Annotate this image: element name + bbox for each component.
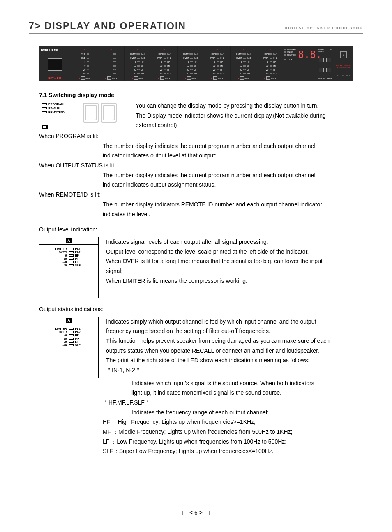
body-text: frequency range based on the setting of … (106, 327, 363, 336)
body-text: The number display indicators REMOTE ID … (103, 200, 363, 209)
device-panel-figure: Beta Three POWER A CLIP OVD 0 -0 -20 -40… (39, 46, 353, 81)
body-text: HF ：High Frequency; Lights up when frequ… (103, 418, 363, 427)
device-panel: Beta Three POWER A CLIP OVD 0 -0 -20 -40… (39, 46, 353, 81)
program-label: When PROGRAM is lit: (39, 132, 363, 141)
body-text: This function helps prevent speaker from… (106, 337, 363, 346)
led-icon (69, 264, 74, 266)
mute-row: MUTE (72, 76, 97, 81)
led-icon (69, 254, 74, 257)
up-button (326, 58, 331, 62)
body-text: ＂HF,MF,LF,SLF＂ (103, 398, 363, 407)
body-text: Indicates the frequency range of each ou… (131, 408, 363, 417)
led-icon (69, 341, 74, 343)
panel-left: Beta Three POWER (39, 46, 71, 81)
page-number: < 6 > (187, 509, 205, 516)
control-buttons: RECALL /ENTERUP DISPLAYDOWN (316, 46, 334, 81)
col-head: A (72, 48, 97, 51)
display-mode-block: PROGRAM STATUS REMOTE/ID LOCK 8.8. (283, 46, 316, 81)
output-status-figure: A LIMITERIN-1 OVERIN-2 -6HF -10MF -20LF … (39, 317, 99, 378)
channel-tag: A (66, 238, 72, 243)
input-col-a: A CLIP OVD 0 -0 -20 -40 MUTE (71, 46, 98, 81)
panel-brand: Beta Three (39, 46, 71, 53)
panel-channels: A CLIP OVD 0 -0 -20 -40 MUTE B (71, 46, 283, 81)
body-text: When LIMITER is lit: means the compresso… (106, 277, 363, 286)
intro-text: The Display mode indicator shows the cur… (136, 111, 363, 120)
input-col-b: B MUTE (98, 46, 125, 81)
display-button-icon (42, 125, 48, 129)
led-icon (69, 248, 74, 250)
led-stack: CLIP OVD 0 -0 -20 -40 (72, 51, 97, 76)
panel-right: PROGRAM STATUS REMOTE/ID LOCK 8.8. RECAL… (283, 46, 353, 81)
intro-text: external control) (136, 121, 363, 130)
output-col: D LIMITERIN-1 OVERIN-2 -6HF -10MF -20LF … (204, 46, 231, 81)
mode-box-row: PROGRAM STATUS REMOTE/ID You can change … (39, 101, 363, 131)
body-text: The print at the right side of the LED s… (106, 356, 363, 365)
section-title: 7> DISPLAY AND OPERATIOIN (29, 21, 186, 32)
seven-seg-outline (79, 103, 120, 123)
header-subtitle: DIGITAL SPEAKER PROCESSOR (285, 26, 363, 30)
body-text: indicator indicates output assignment st… (103, 180, 363, 190)
panel-screen-area (39, 53, 71, 76)
display-button (319, 68, 324, 72)
output-col: F LIMITERIN-1 OVERIN-2 -6HF -10MF -20LF … (257, 46, 284, 81)
channel-tag: A (66, 318, 72, 323)
intro-text: You can change the display mode by press… (136, 102, 363, 111)
body-text: signal; (106, 267, 363, 276)
section-7-1-heading: 7.1 Switching display mode (39, 92, 363, 98)
led-icon (42, 111, 47, 113)
output-level-figure: A LIMITERIN-1 OVERIN-2 -6HF -10MF -20LF … (39, 237, 99, 298)
led-icon (42, 107, 47, 109)
beta-three-icon: β (340, 51, 347, 58)
recall-button (319, 58, 324, 62)
output-status-block: A LIMITERIN-1 OVERIN-2 -6HF -10MF -20LF … (39, 317, 363, 378)
output-col: E LIMITERIN-1 OVERIN-2 -6HF -10MF -20LF … (230, 46, 257, 81)
down-button (326, 68, 331, 72)
body-text: Indicates which input's signal is the so… (131, 379, 363, 388)
page-header: 7> DISPLAY AND OPERATIOIN DIGITAL SPEAKE… (29, 21, 363, 34)
body-text: indicates the level. (103, 210, 363, 219)
led-icon (69, 258, 74, 260)
led-icon (69, 334, 74, 336)
body-text: SLF：Super Low Frequency; Lights up when … (103, 447, 363, 456)
output-col: A LIMITERIN-1 OVERIN-2 -6HF -10MF -20LF … (124, 46, 151, 81)
output-level-label: Output level indication: (39, 225, 363, 234)
body-text: The number display indicates the current… (103, 171, 363, 180)
led-icon (69, 338, 74, 340)
body-text: light up, it indicates monomixed signal … (131, 389, 363, 398)
body-text: output's status when you operate RECALL … (106, 347, 363, 356)
status-label: When OUTPUT STATUS is lit: (39, 161, 363, 170)
body-text: The number display indicates the current… (103, 142, 363, 151)
remote-label: When REMOTE/ID is lit: (39, 190, 363, 199)
panel-logo: β DIGITAL PROCESS & CONTROLLER ΣC-2600U (334, 46, 353, 81)
led-icon (69, 251, 74, 253)
mode-indicator-list: PROGRAM STATUS REMOTE/ID (42, 103, 77, 123)
led-icon (69, 344, 74, 346)
output-level-block: A LIMITERIN-1 OVERIN-2 -6HF -10MF -20LF … (39, 237, 363, 298)
body-text: indicator indicates output level at that… (103, 151, 363, 160)
display-mode-lines: PROGRAM STATUS REMOTE/ID LOCK (284, 48, 296, 61)
panel-lcd (48, 58, 62, 71)
body-text: Output level correspond to the level sca… (106, 247, 363, 257)
display-mode-figure: PROGRAM STATUS REMOTE/ID (39, 101, 123, 131)
output-col: C LIMITERIN-1 OVERIN-2 -6HF -10MF -20LF … (177, 46, 204, 81)
body-text: ＂IN-1,IN-2＂ (106, 366, 363, 375)
body-text: MF ：Middle Frequency; Lights up when fre… (103, 428, 363, 437)
body-text: Indicates signal levels of each output a… (106, 238, 363, 247)
page-footer: < 6 > (29, 509, 363, 516)
body-text: When OVER is lit for a long time: means … (106, 257, 363, 266)
power-label: POWER (39, 76, 71, 81)
digit-outline-icon (83, 103, 99, 123)
digit-outline-icon (101, 103, 117, 123)
led-icon (42, 103, 47, 105)
led-icon (69, 261, 74, 263)
led-icon (69, 331, 74, 333)
body-text: LF ：Low Frequency. Lights up when freque… (103, 437, 363, 446)
body-text: Indicates simply which output channel is… (106, 317, 363, 326)
led-icon (69, 328, 74, 330)
output-status-label: Output status indications: (39, 305, 363, 314)
output-col: B LIMITERIN-1 OVERIN-2 -6HF -10MF -20LF … (151, 46, 178, 81)
